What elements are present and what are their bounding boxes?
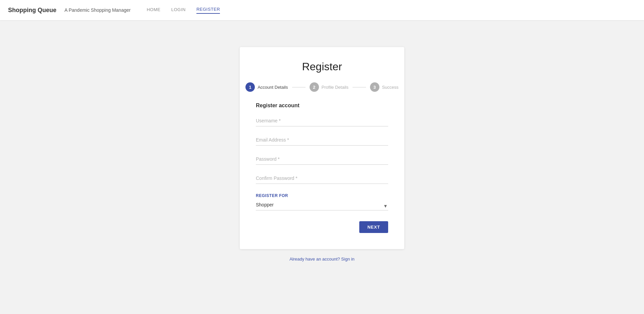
username-group [256,117,388,126]
username-input[interactable] [256,117,388,126]
register-card: Register 1 Account Details 2 Profile Det… [240,47,404,262]
navbar: Shopping Queue A Pandemic Shopping Manag… [0,0,644,20]
confirm-password-input[interactable] [256,174,388,184]
nav-links: HOME LOGIN REGISTER [147,7,220,14]
role-select[interactable]: Shopper Store Owner Admin [256,201,388,210]
register-for-group: REGISTER FOR Shopper Store Owner Admin ▾ [256,193,388,210]
register-form-card: Register 1 Account Details 2 Profile Det… [240,47,404,249]
step-1-label: Account Details [258,85,288,90]
signin-link[interactable]: Already have an account? Sign in [289,257,355,262]
password-group [256,155,388,165]
nav-register[interactable]: REGISTER [196,7,220,14]
step-3: 3 Success [370,82,399,92]
step-connector-2 [353,87,366,87]
register-title: Register [256,61,388,73]
next-button[interactable]: NEXT [359,221,388,233]
confirm-password-group [256,174,388,184]
navbar-tagline: A Pandemic Shopping Manager [64,7,131,13]
password-input[interactable] [256,155,388,165]
step-1-circle: 1 [245,82,255,92]
step-2-circle: 2 [310,82,319,92]
stepper: 1 Account Details 2 Profile Details 3 Su… [256,82,388,92]
form-actions: NEXT [256,221,388,233]
brand-name: Shopping Queue [8,7,56,14]
nav-login[interactable]: LOGIN [171,7,186,13]
email-group [256,136,388,146]
step-3-label: Success [382,85,399,90]
step-1: 1 Account Details [245,82,288,92]
signin-container: Already have an account? Sign in [240,256,404,262]
form-section-title: Register account [256,103,388,109]
step-connector-1 [292,87,306,87]
step-3-circle: 3 [370,82,379,92]
email-input[interactable] [256,136,388,146]
step-2: 2 Profile Details [310,82,349,92]
register-form: Register account REGISTER FOR [256,103,388,233]
register-for-label: REGISTER FOR [256,193,388,198]
main-content: Register 1 Account Details 2 Profile Det… [0,20,644,314]
role-select-wrapper: Shopper Store Owner Admin ▾ [256,201,388,210]
nav-home[interactable]: HOME [147,7,160,13]
step-2-label: Profile Details [322,85,349,90]
